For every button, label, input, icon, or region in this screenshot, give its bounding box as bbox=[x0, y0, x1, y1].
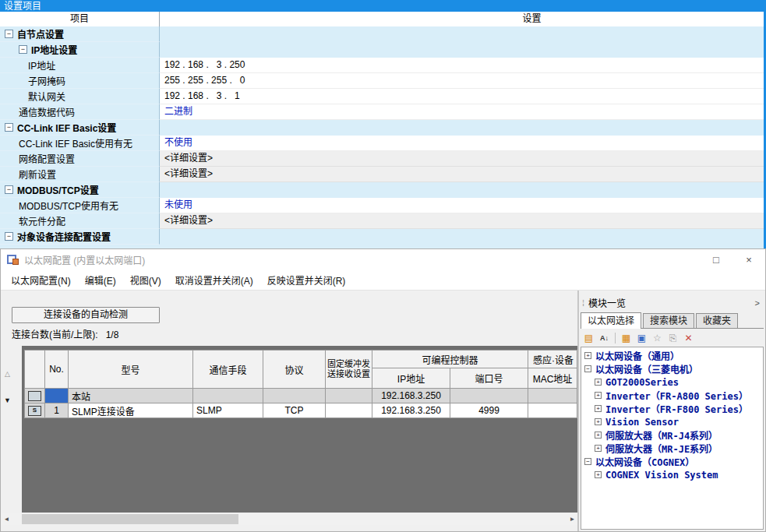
settings-row[interactable]: CC-Link IEF Basic设置 bbox=[0, 120, 764, 136]
settings-item-cell[interactable]: 对象设备连接配置设置 bbox=[0, 229, 160, 245]
module-tree-item[interactable]: COGNEX Vision System bbox=[581, 468, 763, 481]
scrollbar-track[interactable] bbox=[12, 513, 567, 525]
scroll-right-button[interactable]: ► bbox=[567, 513, 578, 525]
no-cell[interactable] bbox=[45, 389, 69, 403]
settings-row[interactable]: 软元件分配 <详细设置> bbox=[0, 213, 764, 229]
settings-item-cell[interactable]: MODBUS/TCP设置 bbox=[0, 182, 160, 198]
mac-cell[interactable] bbox=[528, 389, 577, 403]
tree-expand-icon[interactable] bbox=[5, 30, 13, 38]
module-tree-item[interactable]: Inverter（FR-F800 Series） bbox=[581, 402, 763, 415]
tree-expand-icon[interactable] bbox=[5, 185, 13, 194]
scrollbar-thumb[interactable] bbox=[22, 514, 238, 524]
window-titlebar[interactable]: 以太网配置 (内置以太网端口) □ × bbox=[1, 249, 765, 270]
maximize-button[interactable]: □ bbox=[700, 249, 732, 270]
module-panel-header[interactable]: ⁞ 模块一览 > bbox=[581, 294, 764, 311]
settings-value-cell[interactable]: <详细设置> bbox=[160, 213, 764, 229]
settings-item-cell[interactable]: CC-Link IEF Basic使用有无 bbox=[0, 136, 160, 151]
settings-value-cell[interactable] bbox=[160, 182, 764, 198]
menu-item[interactable]: 编辑(E) bbox=[78, 273, 123, 287]
tab-favorites[interactable]: 收藏夹 bbox=[696, 313, 738, 328]
move-up-button[interactable]: △ bbox=[2, 368, 12, 380]
tree-expand-icon[interactable] bbox=[595, 445, 602, 452]
settings-item-cell[interactable]: 网络配置设置 bbox=[0, 151, 160, 167]
tree-expand-icon[interactable] bbox=[595, 471, 602, 478]
settings-row[interactable]: MODBUS/TCP设置 bbox=[0, 182, 764, 198]
module-tree-item[interactable]: 伺服放大器（MR-J4系列） bbox=[581, 428, 763, 442]
tree-expand-icon[interactable] bbox=[584, 352, 591, 359]
settings-value-cell[interactable]: 不使用 bbox=[160, 136, 764, 151]
tree-expand-icon[interactable] bbox=[5, 123, 13, 132]
delete-icon[interactable]: ✕ bbox=[682, 332, 695, 344]
model-cell[interactable]: 本站 bbox=[69, 389, 193, 403]
menu-item[interactable]: 取消设置并关闭(A) bbox=[168, 273, 260, 287]
tree-expand-icon[interactable] bbox=[584, 458, 591, 465]
buffer-cell[interactable] bbox=[326, 403, 372, 418]
settings-value-cell[interactable] bbox=[160, 42, 764, 58]
settings-item-cell[interactable]: CC-Link IEF Basic设置 bbox=[0, 120, 160, 136]
menu-item[interactable]: 以太网配置(N) bbox=[4, 273, 78, 287]
settings-row[interactable]: 网络配置设置 <详细设置> bbox=[0, 151, 764, 167]
horizontal-scrollbar[interactable]: ◄ ► bbox=[1, 513, 578, 525]
settings-item-cell[interactable]: 刷新设置 bbox=[0, 167, 160, 182]
paste-icon[interactable]: ⎘ bbox=[666, 332, 680, 344]
settings-item-cell[interactable]: IP地址设置 bbox=[0, 42, 160, 58]
port-cell[interactable] bbox=[450, 389, 528, 403]
settings-item-cell[interactable]: 默认网关 bbox=[0, 89, 160, 104]
settings-value-cell[interactable]: 192 . 168 . 3 . 1 bbox=[160, 89, 764, 104]
tree-expand-icon[interactable] bbox=[5, 232, 13, 241]
settings-item-cell[interactable]: 子网掩码 bbox=[0, 73, 160, 89]
module-list-view-icon[interactable]: ▤ bbox=[582, 332, 595, 344]
module-tree-item[interactable]: 以太网设备（三菱电机） bbox=[581, 362, 763, 375]
tab-ethernet-selection[interactable]: 以太网选择 bbox=[581, 312, 641, 329]
settings-value-cell[interactable] bbox=[160, 229, 764, 245]
settings-row[interactable]: 自节点设置 bbox=[0, 26, 764, 42]
ip-cell[interactable]: 192.168.3.250 bbox=[372, 403, 450, 418]
protocol-cell[interactable]: TCP bbox=[263, 403, 326, 418]
settings-row[interactable]: 子网掩码 255 . 255 . 255 . 0 bbox=[0, 73, 764, 89]
window-view-icon[interactable]: ▣ bbox=[635, 332, 648, 344]
tree-expand-icon[interactable] bbox=[595, 379, 602, 386]
settings-row[interactable]: IP地址 192 . 168 . 3 . 250 bbox=[0, 58, 764, 73]
settings-row[interactable]: 通信数据代码 二进制 bbox=[0, 104, 764, 120]
auto-detect-button[interactable]: 连接设备的自动检测 bbox=[12, 307, 160, 323]
settings-value-cell[interactable]: <详细设置> bbox=[160, 167, 764, 182]
protocol-cell[interactable] bbox=[263, 389, 326, 403]
panel-expand-icon[interactable]: > bbox=[755, 298, 764, 308]
module-tree-item[interactable]: 伺服放大器（MR-JE系列） bbox=[581, 442, 763, 455]
settings-row[interactable]: IP地址设置 bbox=[0, 42, 764, 58]
scroll-left-button[interactable]: ◄ bbox=[1, 513, 12, 525]
module-tree-item[interactable]: 以太网设备（COGNEX） bbox=[581, 455, 763, 468]
menu-item[interactable]: 反映设置并关闭(R) bbox=[260, 273, 353, 287]
settings-item-cell[interactable]: MODBUS/TCP使用有无 bbox=[0, 198, 160, 213]
module-tree-item[interactable]: Vision Sensor bbox=[581, 415, 763, 428]
settings-row[interactable]: 对象设备连接配置设置 bbox=[0, 229, 764, 245]
settings-item-cell[interactable]: 软元件分配 bbox=[0, 213, 160, 229]
tree-expand-icon[interactable] bbox=[584, 365, 591, 372]
tree-expand-icon[interactable] bbox=[595, 405, 602, 412]
module-tree-item[interactable]: GOT2000Series bbox=[581, 375, 763, 389]
menu-item[interactable]: 视图(V) bbox=[123, 273, 168, 287]
settings-value-cell[interactable]: 二进制 bbox=[160, 104, 764, 120]
settings-value-cell[interactable]: 未使用 bbox=[160, 198, 764, 213]
no-cell[interactable]: 1 bbox=[45, 403, 69, 418]
ip-cell[interactable]: 192.168.3.250 bbox=[372, 389, 450, 403]
settings-value-cell[interactable]: 192 . 168 . 3 . 250 bbox=[160, 58, 764, 73]
close-button[interactable]: × bbox=[732, 249, 765, 270]
settings-row[interactable]: 刷新设置 <详细设置> bbox=[0, 167, 764, 182]
settings-item-cell[interactable]: 通信数据代码 bbox=[0, 104, 160, 120]
port-cell[interactable]: 4999 bbox=[450, 403, 528, 418]
row-header-cell[interactable]: S bbox=[24, 403, 45, 418]
tree-expand-icon[interactable] bbox=[595, 392, 602, 399]
tab-module-search[interactable]: 搜索模块 bbox=[643, 313, 694, 328]
settings-value-cell[interactable]: 255 . 255 . 255 . 0 bbox=[160, 73, 764, 89]
move-down-button[interactable]: ▼ bbox=[2, 395, 12, 407]
settings-item-cell[interactable]: 自节点设置 bbox=[0, 26, 160, 42]
tree-expand-icon[interactable] bbox=[595, 418, 602, 425]
model-cell[interactable]: SLMP连接设备 bbox=[69, 403, 193, 418]
tile-view-icon[interactable]: ▦ bbox=[620, 332, 633, 344]
tree-expand-icon[interactable] bbox=[595, 432, 602, 439]
mac-cell[interactable] bbox=[528, 403, 577, 418]
comm-cell[interactable] bbox=[193, 389, 263, 403]
buffer-cell[interactable] bbox=[326, 389, 372, 403]
settings-value-cell[interactable] bbox=[160, 26, 764, 42]
